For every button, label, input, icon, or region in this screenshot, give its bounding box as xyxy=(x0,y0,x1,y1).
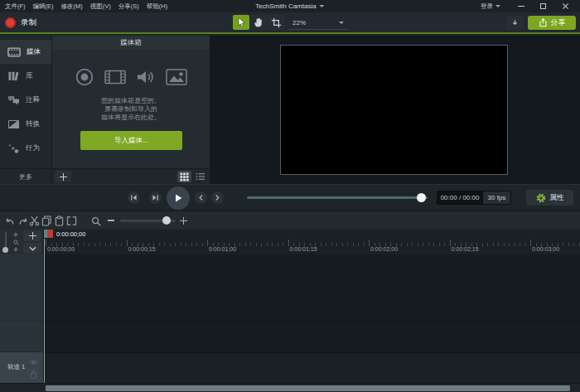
track-height-zoom-controls xyxy=(12,230,20,254)
timeline-scrollbar-thumb[interactable] xyxy=(46,385,570,391)
timeline-zoom-out-button[interactable] xyxy=(106,215,116,225)
gear-icon xyxy=(536,193,546,203)
list-view-button[interactable] xyxy=(193,171,207,182)
plus-icon[interactable] xyxy=(13,247,18,252)
record-button[interactable]: 录制 xyxy=(5,16,36,30)
timeline-ruler[interactable]: 0:00:00;000:00:00;150:00:01;000:00:01;15… xyxy=(0,230,580,254)
jump-back-button[interactable] xyxy=(195,191,207,204)
sidebar-tab-behaviors[interactable]: 行为 xyxy=(0,136,51,160)
track-height-slider-knob[interactable] xyxy=(2,247,8,253)
chevron-down-icon xyxy=(495,5,500,7)
menu-modify[interactable]: 修改(M) xyxy=(61,2,83,11)
chevron-right-icon xyxy=(215,194,220,201)
crop-tool-button[interactable] xyxy=(268,15,284,30)
share-button[interactable]: 分享 xyxy=(528,16,576,30)
ruler-tick xyxy=(207,240,208,246)
playhead-line[interactable] xyxy=(44,239,45,383)
plus-icon xyxy=(60,173,66,181)
maximize-button[interactable] xyxy=(532,0,554,12)
maximize-icon xyxy=(540,3,546,9)
minimize-button[interactable] xyxy=(510,0,532,12)
audio-icon xyxy=(136,67,156,87)
hand-icon xyxy=(253,17,264,28)
callout-icon xyxy=(7,95,20,105)
sidebar-tab-label: 库 xyxy=(26,71,33,81)
scissors-icon xyxy=(29,215,40,226)
list-view-icon xyxy=(196,172,205,181)
menu-share[interactable]: 分享(S) xyxy=(118,2,139,11)
undo-button[interactable] xyxy=(2,214,17,228)
minimize-icon xyxy=(518,6,524,7)
pan-tool-button[interactable] xyxy=(250,15,267,30)
export-download-button[interactable] xyxy=(506,16,524,30)
ruler-label: 0:00:01;00 xyxy=(209,246,236,252)
ruler-label: 0:00:01;15 xyxy=(290,246,317,252)
track-1-lane[interactable] xyxy=(44,353,580,383)
menu-file[interactable]: 文件(F) xyxy=(5,2,26,11)
timeline-zoom-search-button[interactable] xyxy=(89,214,104,228)
track-lock-toggle[interactable] xyxy=(28,370,39,379)
menubar: 文件(F) 编辑(E) 修改(M) 视图(V) 分享(S) 帮助(H) xyxy=(5,0,167,12)
view-toggles xyxy=(177,171,207,182)
ruler-tick xyxy=(127,240,128,246)
magnifier-icon[interactable] xyxy=(13,240,19,245)
cursor-tool-button[interactable] xyxy=(233,15,249,30)
add-media-button[interactable] xyxy=(55,171,71,182)
chevron-down-icon xyxy=(320,5,325,7)
track-header-column: 轨道 1 xyxy=(0,254,44,383)
menu-view[interactable]: 视图(V) xyxy=(90,2,111,11)
sidebar-more-button[interactable]: 更多 xyxy=(0,168,51,184)
split-button[interactable] xyxy=(64,214,79,228)
sign-in-label: 登录 xyxy=(481,2,493,11)
minus-icon xyxy=(108,220,114,220)
share-label: 分享 xyxy=(551,17,566,28)
grid-view-button[interactable] xyxy=(177,171,191,182)
ruler-tick xyxy=(288,240,289,246)
canvas-zoom-dropdown[interactable]: 22% xyxy=(288,16,348,30)
add-track-button[interactable] xyxy=(23,230,41,241)
sidebar-tab-library[interactable]: 库 xyxy=(0,64,51,88)
track-visibility-toggle[interactable] xyxy=(28,357,39,366)
close-button[interactable] xyxy=(554,0,577,12)
grid-view-icon xyxy=(180,172,189,181)
plus-icon[interactable] xyxy=(13,232,18,237)
previous-frame-button[interactable] xyxy=(128,191,140,204)
playhead-out-handle[interactable] xyxy=(47,230,53,238)
ruler-tick xyxy=(450,240,451,246)
lock-icon xyxy=(30,370,37,379)
preview-stage[interactable] xyxy=(280,45,508,175)
track-options-button[interactable] xyxy=(23,243,41,254)
preview-scrubber-handle[interactable] xyxy=(417,193,426,202)
magnifier-icon xyxy=(91,216,101,226)
timeline-zoom-in-button[interactable] xyxy=(178,215,188,225)
share-icon xyxy=(539,18,548,27)
fps-display[interactable]: 30 fps xyxy=(482,191,510,204)
media-icon xyxy=(7,47,21,57)
camtasia-window: 文件(F) 编辑(E) 修改(M) 视图(V) 分享(S) 帮助(H) Tech… xyxy=(0,0,580,392)
properties-button[interactable]: 属性 xyxy=(526,190,573,206)
sidebar-tab-annotations[interactable]: 注释 xyxy=(0,88,51,112)
track-1-header[interactable]: 轨道 1 xyxy=(0,352,43,383)
eye-icon xyxy=(29,359,38,365)
next-frame-button[interactable] xyxy=(149,191,162,204)
ruler-tick xyxy=(369,240,370,246)
jump-forward-button[interactable] xyxy=(211,191,224,204)
sidebar-tab-media[interactable]: 媒体 xyxy=(0,40,51,64)
menu-edit[interactable]: 编辑(E) xyxy=(33,2,54,11)
ruler-tick xyxy=(46,240,46,246)
previous-frame-icon xyxy=(130,194,138,201)
undo-icon xyxy=(4,216,15,226)
preview-scrubber-track[interactable] xyxy=(247,196,428,199)
timeline-body[interactable]: 轨道 1 xyxy=(0,254,580,383)
timeline-toolbar xyxy=(0,211,580,230)
ruler-label: 0:00:00;15 xyxy=(128,246,156,252)
import-media-button[interactable]: 导入媒体... xyxy=(80,131,182,150)
sidebar-tab-transitions[interactable]: 转换 xyxy=(0,112,51,136)
play-button[interactable] xyxy=(167,186,190,210)
menu-help[interactable]: 帮助(H) xyxy=(147,2,167,11)
timeline-zoom-slider-handle[interactable] xyxy=(162,216,171,225)
canvas-area xyxy=(210,36,580,184)
sign-in-button[interactable]: 登录 xyxy=(481,0,500,12)
timeline-scrollbar[interactable] xyxy=(0,383,580,392)
sidebar-tabs: 媒体 库 注释 转换 行为 xyxy=(0,40,51,160)
